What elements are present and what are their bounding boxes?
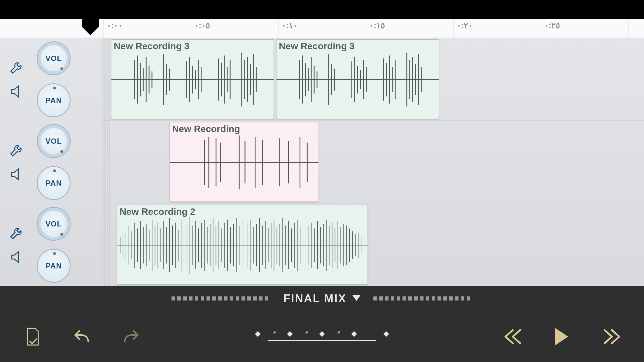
clip-new-recording-3-b[interactable]: New Recording 3	[276, 39, 439, 119]
wrench-icon	[9, 224, 25, 241]
clip-new-recording-2[interactable]: New Recording 2	[117, 205, 368, 285]
track-2-settings[interactable]	[9, 142, 25, 158]
waveform	[111, 40, 274, 119]
knob-label: VOL	[46, 219, 62, 229]
redo-button[interactable]	[120, 325, 143, 348]
track-1-lane[interactable]: New Recording 3 New Recording 3	[102, 38, 644, 121]
track-2-mute[interactable]	[9, 166, 25, 182]
track-2-volume-knob[interactable]: VOL	[37, 124, 71, 158]
track-1-controls: VOL PAN	[0, 38, 102, 121]
track-2-lane[interactable]: New Recording	[102, 121, 644, 203]
ruler-tick	[629, 19, 632, 38]
chevron-down-icon	[352, 295, 360, 302]
track-3-settings[interactable]	[9, 224, 25, 241]
trackbed[interactable]: New Recording 3 New Recording 3	[102, 38, 644, 286]
ruler-tick: ٠:٢٠	[454, 19, 473, 38]
mix-label: FINAL MIX	[284, 292, 346, 305]
track-2-pan-knob[interactable]: PAN	[37, 166, 71, 200]
undo-icon	[71, 328, 92, 345]
svg-marker-157	[555, 328, 568, 345]
footer: FINAL MIX	[0, 286, 644, 362]
final-mix-bar[interactable]: FINAL MIX	[0, 286, 644, 311]
clip-new-recording[interactable]: New Recording	[169, 122, 319, 202]
edit-button[interactable]	[20, 325, 44, 348]
clip-new-recording-3-a[interactable]: New Recording 3	[111, 39, 274, 119]
ruler-tick: ٠:٢٥	[541, 19, 560, 38]
svg-marker-156	[352, 295, 360, 301]
workspace: VOL PAN VOL	[0, 38, 644, 286]
dotline-right	[373, 296, 473, 301]
final-mix-dropdown[interactable]: FINAL MIX	[284, 292, 360, 305]
undo-button[interactable]	[70, 325, 93, 348]
timeline-ruler[interactable]: ٠:٠٠ ٠:٠٥ ٠:١٠ ٠:١٥ ٠:٢٠ ٠:٢٥	[0, 19, 644, 38]
redo-icon	[121, 328, 141, 345]
play-button[interactable]	[551, 325, 574, 348]
track-1-mute[interactable]	[9, 83, 25, 100]
ruler-tick: ٠:١٥	[366, 19, 385, 38]
waveform	[170, 122, 318, 202]
track-1-volume-knob[interactable]: VOL	[37, 41, 71, 75]
track-3-mute[interactable]	[9, 249, 25, 265]
dotline-left	[172, 296, 271, 301]
track-1-pan-knob[interactable]: PAN	[37, 83, 71, 117]
wrench-icon	[9, 59, 25, 75]
wrench-icon	[9, 142, 25, 158]
svg-marker-0	[82, 18, 99, 35]
speaker-icon	[9, 249, 25, 265]
forward-button[interactable]	[600, 325, 624, 348]
track-2-controls: VOL PAN	[0, 121, 102, 203]
track-3-pan-knob[interactable]: PAN	[37, 249, 71, 283]
knob-label: PAN	[46, 261, 62, 270]
ruler-tick: ٠:٠٥	[191, 19, 210, 38]
knob-label: VOL	[46, 137, 62, 146]
knob-label: PAN	[46, 96, 62, 105]
track-3-controls: VOL PAN	[0, 203, 102, 286]
statusbar	[0, 0, 644, 19]
ruler-tick: ٠:١٠	[279, 19, 298, 38]
playhead-marker	[82, 18, 99, 39]
play-icon	[554, 328, 570, 345]
speaker-icon	[9, 84, 25, 99]
waveform	[117, 205, 368, 285]
transport-bar	[0, 311, 644, 362]
forward-icon	[601, 328, 622, 345]
knob-label: VOL	[46, 54, 62, 63]
track-3-lane[interactable]: New Recording 2	[102, 203, 644, 286]
speaker-icon	[9, 166, 25, 182]
track-1-settings[interactable]	[9, 59, 25, 75]
edit-icon	[23, 327, 41, 347]
track-sidebar: VOL PAN VOL	[0, 38, 102, 286]
beat-indicator	[256, 332, 388, 341]
ruler-tick: ٠:٠٠	[104, 19, 123, 38]
knob-label: PAN	[46, 179, 62, 188]
waveform	[276, 40, 439, 119]
rewind-button[interactable]	[501, 325, 524, 348]
rewind-icon	[502, 328, 523, 345]
track-3-volume-knob[interactable]: VOL	[37, 207, 71, 241]
